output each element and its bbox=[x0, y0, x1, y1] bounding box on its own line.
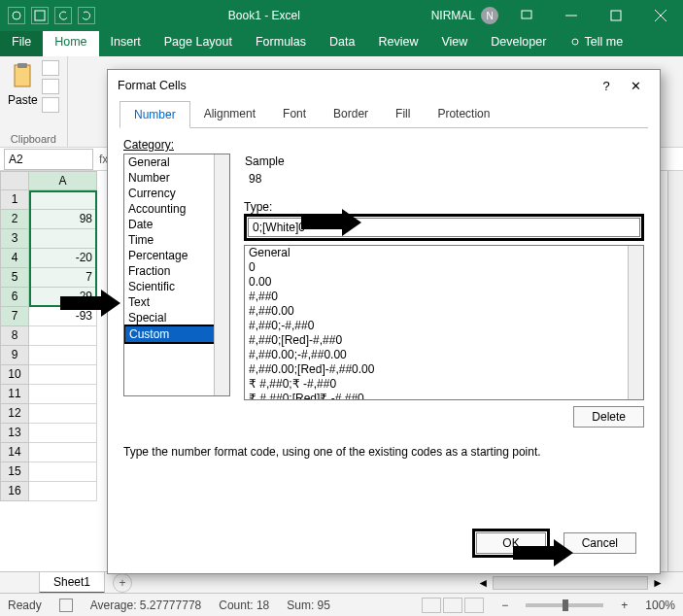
paste-label: Paste bbox=[8, 93, 38, 107]
row-header[interactable]: 12 bbox=[0, 404, 29, 424]
dialog-close-button[interactable]: ✕ bbox=[621, 79, 650, 93]
tab-developer[interactable]: Developer bbox=[479, 31, 558, 56]
redo-icon[interactable] bbox=[78, 7, 95, 24]
dialog-tab-border[interactable]: Border bbox=[320, 101, 382, 127]
row-header[interactable]: 14 bbox=[0, 443, 29, 462]
format-list-scrollbar[interactable] bbox=[628, 246, 643, 399]
window-title: Book1 - Excel bbox=[103, 9, 426, 22]
tab-review[interactable]: Review bbox=[366, 31, 429, 56]
save-icon[interactable] bbox=[31, 7, 49, 24]
maximize-button[interactable] bbox=[594, 0, 638, 31]
cell[interactable] bbox=[29, 326, 97, 346]
undo-icon[interactable] bbox=[54, 7, 72, 24]
format-item[interactable]: #,##0;[Red]-#,##0 bbox=[245, 333, 643, 348]
row-header[interactable]: 2 bbox=[0, 210, 29, 229]
row-header[interactable]: 7 bbox=[0, 307, 29, 326]
row-header[interactable]: 3 bbox=[0, 229, 29, 249]
tab-home[interactable]: Home bbox=[43, 31, 98, 56]
sheet-tab-sheet1[interactable]: Sheet1 bbox=[39, 571, 105, 594]
svg-point-7 bbox=[572, 39, 578, 45]
zoom-in-button[interactable]: + bbox=[621, 599, 628, 612]
cell[interactable] bbox=[29, 404, 97, 424]
tab-insert[interactable]: Insert bbox=[99, 31, 153, 56]
minimize-button[interactable] bbox=[549, 0, 594, 31]
format-code-list[interactable]: General 0 0.00 #,##0 #,##0.00 #,##0;-#,#… bbox=[244, 245, 644, 400]
category-scrollbar[interactable] bbox=[214, 154, 229, 395]
name-box[interactable] bbox=[4, 149, 93, 170]
svg-rect-4 bbox=[611, 11, 621, 20]
format-item[interactable]: #,##0.00;[Red]-#,##0.00 bbox=[245, 362, 643, 377]
scroll-left-icon[interactable]: ◄ bbox=[477, 576, 489, 590]
row-header[interactable]: 1 bbox=[0, 190, 29, 210]
select-all-corner[interactable] bbox=[0, 171, 29, 190]
row-header[interactable]: 16 bbox=[0, 482, 29, 501]
tab-formulas[interactable]: Formulas bbox=[244, 31, 318, 56]
status-average: Average: 5.27777778 bbox=[90, 599, 202, 612]
dialog-tab-alignment[interactable]: Alignment bbox=[190, 101, 269, 127]
cell[interactable] bbox=[29, 346, 97, 365]
zoom-out-button[interactable]: − bbox=[501, 599, 508, 612]
format-item[interactable]: 0 bbox=[245, 260, 643, 275]
tell-me-label: Tell me bbox=[585, 35, 624, 49]
row-header[interactable]: 13 bbox=[0, 424, 29, 443]
cell[interactable] bbox=[29, 482, 97, 501]
paste-button[interactable]: Paste bbox=[8, 60, 38, 113]
format-item[interactable]: #,##0 bbox=[245, 290, 643, 304]
format-painter-icon[interactable] bbox=[42, 97, 59, 113]
tab-view[interactable]: View bbox=[429, 31, 479, 56]
cell[interactable] bbox=[29, 424, 97, 443]
tab-file[interactable]: File bbox=[0, 31, 43, 56]
svg-rect-8 bbox=[15, 65, 30, 86]
row-header[interactable]: 5 bbox=[0, 268, 29, 288]
avatar[interactable]: N bbox=[481, 7, 498, 24]
cell[interactable] bbox=[29, 365, 97, 385]
dialog-tab-protection[interactable]: Protection bbox=[424, 101, 503, 127]
scroll-right-icon[interactable]: ► bbox=[652, 576, 664, 590]
cell[interactable] bbox=[29, 462, 97, 482]
row-header[interactable]: 8 bbox=[0, 326, 29, 346]
format-item[interactable]: #,##0.00 bbox=[245, 304, 643, 319]
format-item[interactable]: ₹ #,##0;₹ -#,##0 bbox=[245, 377, 643, 392]
view-page-break-icon[interactable] bbox=[464, 598, 484, 613]
zoom-slider[interactable] bbox=[526, 603, 603, 607]
row-header[interactable]: 10 bbox=[0, 365, 29, 385]
autosave-toggle[interactable] bbox=[8, 7, 25, 24]
row-header[interactable]: 15 bbox=[0, 462, 29, 482]
row-header[interactable]: 9 bbox=[0, 346, 29, 365]
format-item[interactable]: ₹ #,##0;[Red]₹ -#,##0 bbox=[245, 392, 643, 400]
dialog-tab-font[interactable]: Font bbox=[269, 101, 320, 127]
cell[interactable] bbox=[29, 443, 97, 462]
window-titlebar: Book1 - Excel NIRMAL N bbox=[0, 0, 683, 31]
category-label: Category: bbox=[123, 138, 644, 152]
category-list[interactable]: General Number Currency Accounting Date … bbox=[123, 154, 230, 396]
row-header[interactable]: 4 bbox=[0, 249, 29, 268]
col-header-a[interactable]: A bbox=[29, 171, 97, 190]
dialog-help-button[interactable]: ? bbox=[592, 79, 621, 93]
delete-button[interactable]: Delete bbox=[573, 406, 644, 428]
format-item[interactable]: #,##0.00;-#,##0.00 bbox=[245, 348, 643, 362]
cancel-button[interactable]: Cancel bbox=[563, 532, 636, 554]
tab-data[interactable]: Data bbox=[318, 31, 366, 56]
horizontal-scrollbar[interactable]: ◄ ► bbox=[477, 576, 664, 590]
ribbon-options-icon[interactable] bbox=[504, 0, 549, 31]
cell[interactable] bbox=[29, 385, 97, 404]
add-sheet-button[interactable]: + bbox=[113, 573, 132, 593]
delete-label: Delete bbox=[592, 410, 626, 424]
format-item[interactable]: 0.00 bbox=[245, 275, 643, 290]
vertical-scrollbar[interactable] bbox=[667, 171, 683, 593]
close-button[interactable] bbox=[638, 0, 683, 31]
dialog-tab-fill[interactable]: Fill bbox=[382, 101, 424, 127]
tab-page-layout[interactable]: Page Layout bbox=[153, 31, 244, 56]
row-header[interactable]: 6 bbox=[0, 288, 29, 307]
row-header[interactable]: 11 bbox=[0, 385, 29, 404]
tab-tell-me[interactable]: Tell me bbox=[558, 31, 634, 56]
cut-icon[interactable] bbox=[42, 60, 59, 76]
zoom-level[interactable]: 100% bbox=[645, 599, 675, 612]
record-macro-icon[interactable] bbox=[59, 599, 73, 612]
view-normal-icon[interactable] bbox=[422, 598, 441, 613]
view-page-layout-icon[interactable] bbox=[443, 598, 462, 613]
format-item[interactable]: General bbox=[245, 246, 643, 260]
copy-icon[interactable] bbox=[42, 79, 59, 94]
dialog-tab-number[interactable]: Number bbox=[120, 101, 190, 128]
format-item[interactable]: #,##0;-#,##0 bbox=[245, 319, 643, 333]
